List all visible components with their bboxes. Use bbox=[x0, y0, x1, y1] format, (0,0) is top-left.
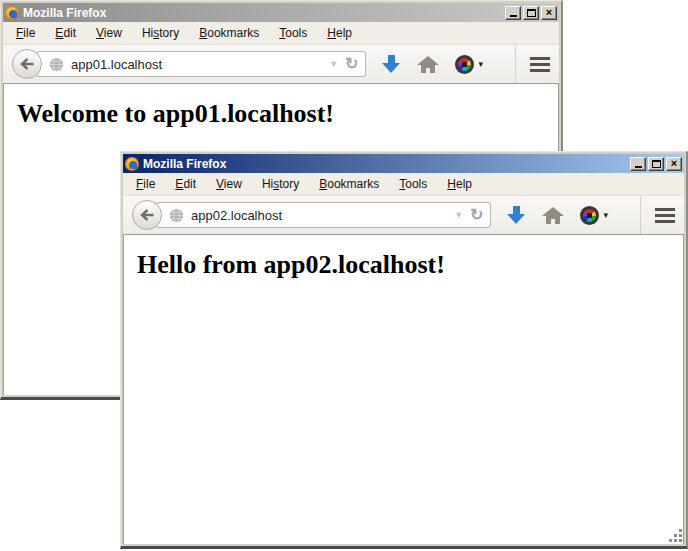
window-title: Mozilla Firefox bbox=[23, 7, 501, 19]
menu-panel-button[interactable] bbox=[640, 196, 675, 234]
window-title: Mozilla Firefox bbox=[143, 158, 626, 170]
firefox-logo-icon bbox=[5, 6, 19, 20]
maximize-button[interactable] bbox=[523, 6, 539, 20]
navigation-toolbar: app01.localhost ▼ ↻ ▾ bbox=[3, 45, 559, 83]
extension-dropdown-icon: ▾ bbox=[603, 211, 608, 220]
globe-icon bbox=[49, 57, 64, 72]
page-heading: Welcome to app01.localhost! bbox=[17, 99, 558, 129]
firefox-window-app02[interactable]: Mozilla Firefox × FileEditViewHistoryBoo… bbox=[120, 151, 688, 549]
home-icon-body bbox=[421, 65, 435, 73]
menu-view[interactable]: View bbox=[86, 23, 132, 43]
menu-panel-button[interactable] bbox=[515, 45, 550, 83]
menu-file[interactable]: File bbox=[6, 23, 45, 43]
titlebar[interactable]: Mozilla Firefox × bbox=[3, 3, 559, 22]
menu-bookmarks[interactable]: Bookmarks bbox=[309, 174, 389, 194]
home-icon bbox=[417, 56, 439, 65]
close-button[interactable]: × bbox=[541, 6, 557, 20]
color-wheel-extension-icon bbox=[455, 55, 474, 74]
menu-edit[interactable]: Edit bbox=[165, 174, 206, 194]
menu-bar: FileEditViewHistoryBookmarksToolsHelp bbox=[123, 173, 684, 196]
hamburger-icon bbox=[655, 208, 675, 223]
menu-bar: FileEditViewHistoryBookmarksToolsHelp bbox=[3, 22, 559, 45]
menu-history[interactable]: History bbox=[132, 23, 189, 43]
toolbar-right-group: ▾ bbox=[506, 196, 675, 234]
close-button[interactable]: × bbox=[666, 157, 682, 171]
minimize-icon bbox=[635, 166, 642, 168]
home-button[interactable] bbox=[417, 56, 439, 73]
downloads-button[interactable] bbox=[381, 55, 401, 73]
page-content: Hello from app02.localhost! bbox=[123, 234, 684, 544]
minimize-button[interactable] bbox=[630, 157, 646, 171]
extension-button[interactable]: ▾ bbox=[580, 206, 608, 225]
resize-grip[interactable] bbox=[669, 529, 683, 543]
url-bar[interactable]: app02.localhost ▼ ↻ bbox=[156, 202, 491, 228]
maximize-button[interactable] bbox=[648, 157, 664, 171]
menu-view[interactable]: View bbox=[206, 174, 252, 194]
back-arrow-icon bbox=[20, 58, 35, 70]
url-text[interactable]: app01.localhost bbox=[71, 57, 322, 72]
downloads-button[interactable] bbox=[506, 206, 526, 224]
reload-icon[interactable]: ↻ bbox=[470, 207, 483, 223]
back-arrow-icon bbox=[140, 209, 155, 221]
hamburger-icon bbox=[530, 57, 550, 72]
home-icon bbox=[542, 207, 564, 216]
toolbar-right-group: ▾ bbox=[381, 45, 550, 83]
navigation-toolbar: app02.localhost ▼ ↻ ▾ bbox=[123, 196, 684, 234]
window-controls: × bbox=[505, 6, 557, 20]
globe-icon bbox=[169, 208, 184, 223]
download-arrow-icon bbox=[513, 206, 520, 214]
home-icon-body bbox=[546, 216, 560, 224]
back-button[interactable] bbox=[132, 200, 162, 230]
minimize-button[interactable] bbox=[505, 6, 521, 20]
minimize-icon bbox=[510, 15, 517, 17]
firefox-logo-icon bbox=[125, 157, 139, 171]
url-text[interactable]: app02.localhost bbox=[191, 208, 447, 223]
menu-file[interactable]: File bbox=[126, 174, 165, 194]
window-controls: × bbox=[630, 157, 682, 171]
reload-icon[interactable]: ↻ bbox=[345, 56, 358, 72]
menu-tools[interactable]: Tools bbox=[389, 174, 437, 194]
url-bar[interactable]: app01.localhost ▼ ↻ bbox=[36, 51, 366, 77]
home-icon-door bbox=[551, 219, 555, 224]
home-button[interactable] bbox=[542, 207, 564, 224]
page-heading: Hello from app02.localhost! bbox=[137, 250, 683, 280]
menu-bookmarks[interactable]: Bookmarks bbox=[189, 23, 269, 43]
back-button[interactable] bbox=[12, 49, 42, 79]
download-arrow-tip bbox=[382, 63, 400, 73]
menu-help[interactable]: Help bbox=[317, 23, 362, 43]
menu-edit[interactable]: Edit bbox=[45, 23, 86, 43]
download-arrow-icon bbox=[388, 55, 395, 63]
extension-button[interactable]: ▾ bbox=[455, 55, 483, 74]
urlbar-dropdown-icon[interactable]: ▼ bbox=[329, 59, 338, 69]
extension-dropdown-icon: ▾ bbox=[478, 60, 483, 69]
menu-history[interactable]: History bbox=[252, 174, 309, 194]
download-arrow-tip bbox=[507, 214, 525, 224]
home-icon-door bbox=[426, 68, 430, 73]
color-wheel-extension-icon bbox=[580, 206, 599, 225]
titlebar[interactable]: Mozilla Firefox × bbox=[123, 154, 684, 173]
maximize-icon bbox=[652, 160, 661, 168]
menu-help[interactable]: Help bbox=[437, 174, 482, 194]
menu-tools[interactable]: Tools bbox=[269, 23, 317, 43]
urlbar-dropdown-icon[interactable]: ▼ bbox=[454, 210, 463, 220]
maximize-icon bbox=[527, 9, 536, 17]
